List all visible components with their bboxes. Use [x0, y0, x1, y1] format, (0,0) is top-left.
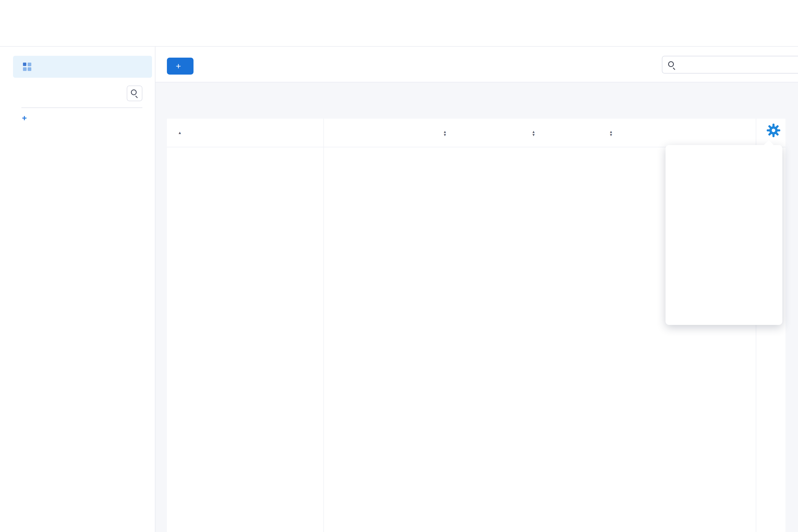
grid-icon [23, 62, 31, 71]
column-header-forecasted[interactable]: ▲▼ [606, 129, 613, 136]
column-header-current-spend[interactable]: ▲▼ [528, 129, 535, 136]
search-box [662, 56, 798, 74]
header-divider [0, 46, 798, 47]
plus-icon: + [22, 113, 27, 122]
sidebar-item-all-budgets[interactable] [13, 56, 152, 78]
search-icon [668, 61, 674, 67]
new-folder-button[interactable]: + [22, 113, 31, 123]
new-budget-button[interactable]: + [167, 58, 193, 75]
sort-icon: ▲▼ [532, 130, 535, 136]
sort-icon: ▲▼ [609, 130, 613, 136]
column-settings-gear-icon[interactable] [766, 124, 781, 138]
plus-icon: + [176, 61, 181, 71]
sort-icon: ▲▼ [443, 130, 447, 136]
app-root: + + ▲ ▲▼ ▲▼ ▲▼ [0, 0, 798, 532]
column-header-budget-amount[interactable]: ▲▼ [439, 129, 447, 136]
column-header-name[interactable]: ▲ [174, 129, 182, 136]
search-input[interactable] [680, 57, 798, 72]
table-header: ▲ ▲▼ ▲▼ ▲▼ [167, 119, 785, 147]
folder-search-button[interactable] [127, 86, 142, 101]
sort-asc-icon: ▲ [178, 130, 182, 135]
column-settings-popover [666, 145, 782, 325]
folders-divider [21, 108, 142, 108]
search-icon [131, 90, 137, 95]
column-divider [323, 119, 324, 532]
